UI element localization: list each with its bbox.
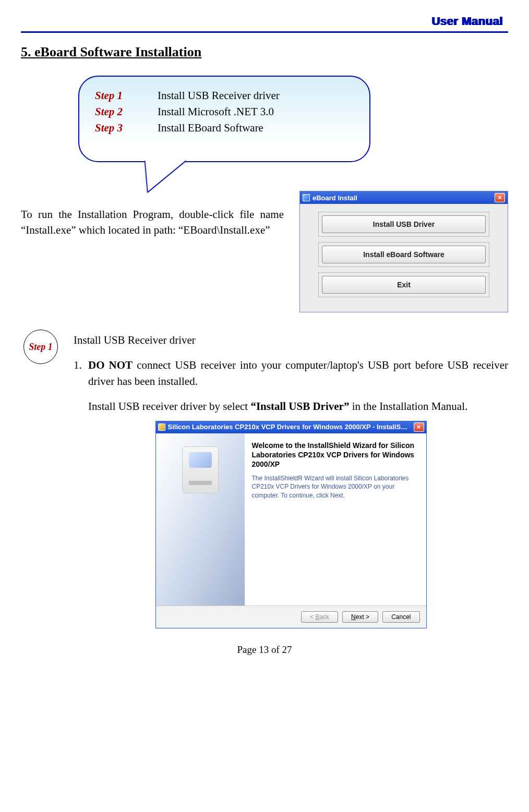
close-icon[interactable]: × (495, 193, 505, 202)
step3-label: Step 3 (95, 122, 158, 135)
header-divider (21, 31, 508, 33)
step3-desc: Install EBoard Software (158, 122, 263, 135)
step1-desc: Install USB Receiver driver (158, 89, 280, 102)
step2-desc: Install Microsoft .NET 3.0 (158, 105, 274, 118)
page-footer: Page 13 of 27 (21, 644, 508, 656)
exit-button[interactable]: Exit (322, 276, 486, 294)
wizard-app-icon (158, 423, 165, 431)
step1-circle: Step 1 (23, 330, 58, 364)
installshield-wizard: Silicon Laboratories CP210x VCP Drivers … (155, 421, 427, 628)
step1-para: Install USB receiver driver by select “I… (88, 398, 508, 414)
run-instruction: To run the Installation Program, double-… (21, 191, 284, 238)
step2-label: Step 2 (95, 105, 158, 118)
install-dialog: eBoard Install × Install USB Driver Inst… (299, 191, 508, 312)
step1-label: Step 1 (95, 89, 158, 102)
wizard-back-button: < Back (301, 611, 338, 623)
step1-heading: Install USB Receiver driver (74, 332, 508, 348)
section-title: 5. eBoard Software Installation (21, 44, 508, 60)
wizard-welcome: Welcome to the InstallShield Wizard for … (252, 441, 419, 469)
wizard-titlebar: Silicon Laboratories CP210x VCP Drivers … (156, 421, 426, 433)
install-eboard-software-button[interactable]: Install eBoard Software (322, 246, 486, 263)
wizard-cancel-button[interactable]: Cancel (382, 611, 419, 623)
wizard-text: The InstallShieldR Wizard will install S… (252, 474, 419, 500)
install-dialog-title: eBoard Install (312, 194, 357, 202)
wizard-sidebar (156, 433, 245, 605)
steps-callout: Step 1 Install USB Receiver driver Step … (78, 76, 370, 162)
step1-item-1: 1. DO NOT connect USB receiver into your… (74, 357, 508, 389)
wizard-next-button[interactable]: Next > (342, 611, 378, 623)
wizard-sidebar-image (182, 446, 219, 493)
wizard-close-icon[interactable]: × (414, 422, 424, 432)
app-icon (303, 194, 310, 201)
page-header: User Manual (21, 15, 508, 28)
header-title: User Manual (432, 15, 503, 28)
install-dialog-titlebar: eBoard Install × (300, 191, 508, 204)
wizard-title: Silicon Laboratories CP210x VCP Drivers … (168, 422, 408, 432)
do-not-bold: DO NOT (88, 359, 133, 371)
install-usb-driver-button[interactable]: Install USB Driver (322, 215, 486, 233)
item1-rest: connect USB receiver into your computer/… (88, 359, 508, 387)
